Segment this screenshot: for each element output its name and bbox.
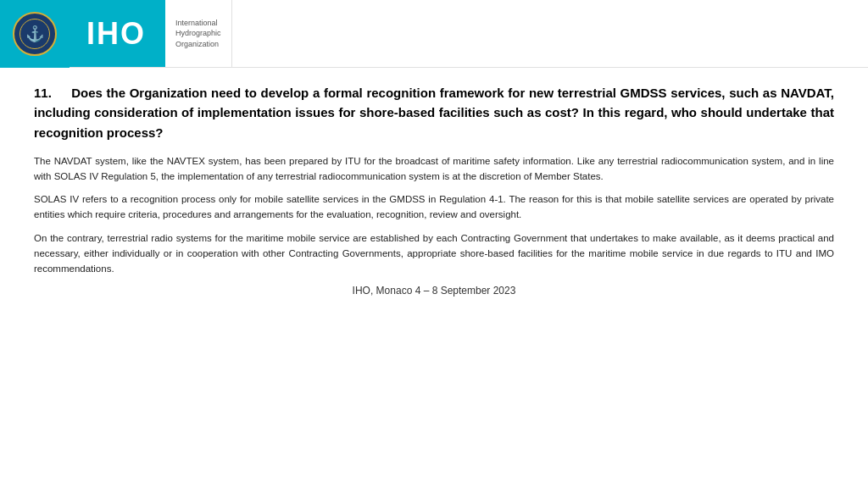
- question-block: 11. Does the Organization need to develo…: [34, 83, 834, 142]
- emblem-inner: ⚓: [19, 19, 50, 49]
- question-number: 11.: [34, 86, 52, 100]
- iho-text-block: IHO: [70, 0, 165, 67]
- org-name-block: International Hydrographic Organization: [165, 0, 232, 67]
- org-name-line1: International: [175, 19, 218, 27]
- page-container: ⚓ IHO International Hydrographic Organiz…: [0, 0, 868, 488]
- iho-emblem: ⚓: [13, 12, 57, 56]
- header: ⚓ IHO International Hydrographic Organiz…: [0, 0, 868, 68]
- paragraph-3: On the contrary, terrestrial radio syste…: [34, 231, 834, 276]
- question-text: 11. Does the Organization need to develo…: [34, 83, 834, 142]
- footer-text: IHO, Monaco 4 – 8 September 2023: [34, 285, 834, 302]
- paragraph-1: The NAVDAT system, like the NAVTEX syste…: [34, 154, 834, 185]
- logo-emblem-block: ⚓: [0, 0, 70, 68]
- org-name-text: International Hydrographic Organization: [175, 18, 221, 50]
- anchor-icon: ⚓: [25, 25, 44, 43]
- question-body: Does the Organization need to develop a …: [34, 86, 834, 140]
- paragraph-2: SOLAS IV refers to a recognition process…: [34, 192, 834, 223]
- org-name-line3: Organization: [175, 40, 219, 48]
- main-content: 11. Does the Organization need to develo…: [0, 68, 868, 488]
- iho-label: IHO: [86, 16, 146, 52]
- org-name-line2: Hydrographic: [175, 29, 221, 37]
